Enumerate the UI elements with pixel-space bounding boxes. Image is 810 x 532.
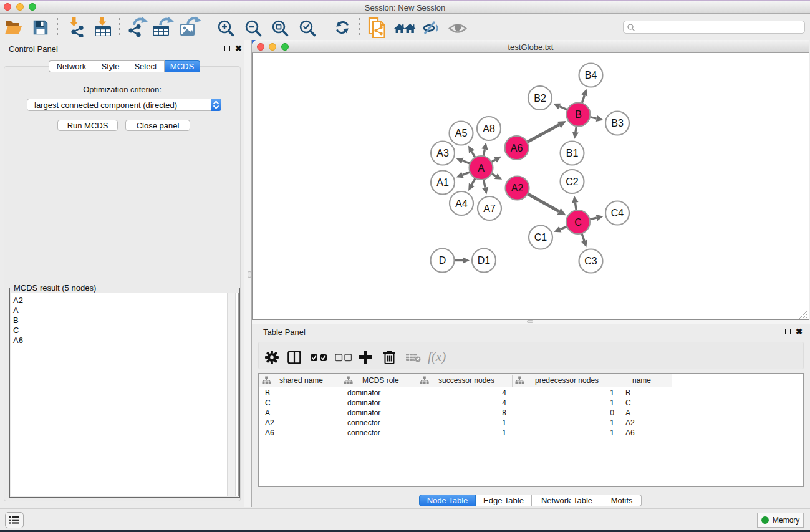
svg-text:A4: A4 bbox=[455, 198, 468, 209]
svg-text:B: B bbox=[575, 109, 582, 120]
svg-text:B2: B2 bbox=[534, 93, 546, 104]
svg-text:A5: A5 bbox=[455, 128, 468, 138]
svg-text:B4: B4 bbox=[585, 70, 597, 80]
svg-text:A8: A8 bbox=[483, 123, 495, 134]
svg-text:B1: B1 bbox=[566, 148, 579, 158]
svg-text:A7: A7 bbox=[483, 203, 496, 214]
svg-text:A6: A6 bbox=[511, 143, 523, 153]
svg-text:C2: C2 bbox=[566, 177, 579, 187]
svg-text:C3: C3 bbox=[584, 256, 597, 266]
svg-text:B3: B3 bbox=[611, 118, 624, 128]
svg-text:A1: A1 bbox=[436, 177, 449, 188]
svg-text:C: C bbox=[574, 217, 582, 228]
svg-text:C4: C4 bbox=[611, 208, 624, 218]
svg-text:A: A bbox=[478, 163, 485, 173]
svg-text:C1: C1 bbox=[534, 232, 547, 243]
svg-text:D1: D1 bbox=[478, 255, 491, 266]
svg-text:D: D bbox=[439, 255, 446, 266]
svg-text:A2: A2 bbox=[511, 183, 524, 193]
svg-text:A3: A3 bbox=[436, 148, 449, 158]
